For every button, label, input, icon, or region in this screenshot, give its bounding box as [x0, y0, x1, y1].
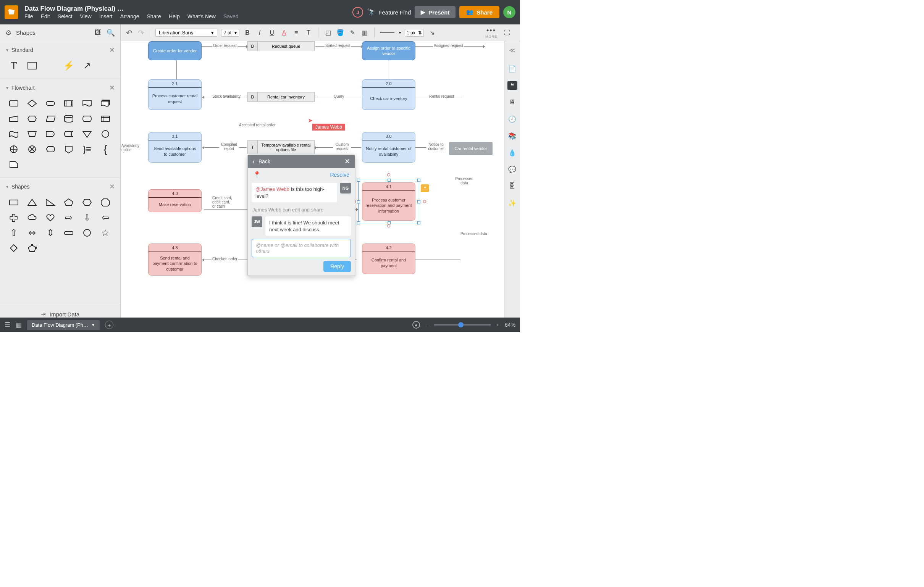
- shape-arrow-ud[interactable]: ⇕: [41, 225, 59, 241]
- undo-button[interactable]: ↶: [126, 28, 132, 37]
- shape-arrow-right[interactable]: ⇨: [59, 210, 78, 225]
- feature-find-button[interactable]: 🔭 Feature Find: [367, 8, 411, 16]
- collaborator-avatar-j[interactable]: J: [352, 7, 363, 18]
- menu-file[interactable]: File: [25, 13, 33, 20]
- close-icon[interactable]: ✕: [109, 84, 115, 92]
- menu-view[interactable]: View: [80, 13, 92, 20]
- document-icon[interactable]: 📄: [508, 64, 516, 73]
- menu-help[interactable]: Help: [169, 13, 180, 20]
- shape-hexagon[interactable]: [78, 195, 96, 210]
- back-label[interactable]: Back: [259, 158, 270, 165]
- back-chevron-icon[interactable]: ‹: [252, 158, 255, 166]
- comment-indicator[interactable]: [421, 184, 429, 192]
- shape-internal-storage[interactable]: [96, 111, 115, 126]
- zoom-in-button[interactable]: +: [497, 322, 500, 328]
- process-assign-order[interactable]: Assign order to specific vendor: [362, 41, 416, 60]
- shape-arrow-up[interactable]: ⇧: [5, 225, 23, 241]
- shape-paper-tape[interactable]: [5, 126, 23, 142]
- shape-text[interactable]: T: [5, 58, 23, 73]
- align-button[interactable]: ≡: [292, 30, 300, 36]
- line-style-button[interactable]: [380, 33, 394, 33]
- present-button[interactable]: ▶ Present: [415, 6, 455, 18]
- shape-delay[interactable]: [41, 126, 59, 142]
- shape-octagon[interactable]: [96, 195, 115, 210]
- shape-predef[interactable]: [59, 96, 78, 111]
- app-logo[interactable]: [5, 5, 18, 19]
- shape-display[interactable]: [41, 142, 59, 157]
- shape-annotation[interactable]: }≡: [78, 142, 96, 157]
- grid-view-icon[interactable]: ▦: [16, 321, 22, 329]
- history-icon[interactable]: 🕘: [508, 115, 516, 123]
- process-3-0[interactable]: 3.0 Notify rental customer of availabili…: [362, 132, 416, 163]
- process-4-3[interactable]: 4.3 Send rental and payment confirmation…: [148, 244, 201, 275]
- datastore-request-queue[interactable]: D Request queue: [248, 41, 315, 51]
- zoom-value[interactable]: 64%: [505, 322, 515, 328]
- process-2-1[interactable]: 2.1 Process customer rental request: [148, 79, 201, 110]
- shape-note-corner[interactable]: [5, 157, 23, 172]
- shape-decision[interactable]: [23, 96, 41, 111]
- share-button[interactable]: 👥 Share: [459, 6, 500, 18]
- shape-direct-data[interactable]: [78, 111, 96, 126]
- text-color-button[interactable]: A: [280, 30, 288, 36]
- page-tab[interactable]: Data Flow Diagram (Ph… ▼: [27, 320, 100, 330]
- shape-terminator[interactable]: [41, 96, 59, 111]
- bold-button[interactable]: B: [243, 30, 252, 36]
- presentation-icon[interactable]: 🖥: [508, 98, 516, 107]
- menu-select[interactable]: Select: [58, 13, 73, 20]
- shape-connector[interactable]: [96, 126, 115, 142]
- search-icon[interactable]: 🔍: [107, 29, 115, 37]
- shape-pentagon[interactable]: [59, 195, 78, 210]
- pin-icon[interactable]: 📍: [253, 171, 261, 178]
- shape-triangle[interactable]: [23, 195, 41, 210]
- more-button[interactable]: ••• MORE: [485, 27, 497, 38]
- menu-arrange[interactable]: Arrange: [120, 13, 139, 20]
- fill-icon[interactable]: 🪣: [336, 29, 345, 36]
- collapse-dock-icon[interactable]: ≪: [509, 46, 515, 54]
- gear-icon[interactable]: ⚙: [5, 29, 12, 37]
- shape-cloud[interactable]: [23, 210, 41, 225]
- shape-merge[interactable]: [78, 126, 96, 142]
- data-linking-icon[interactable]: 🗄: [508, 182, 516, 190]
- menu-insert[interactable]: Insert: [99, 13, 113, 20]
- shape-rectangle[interactable]: [5, 195, 23, 210]
- resolve-button[interactable]: Resolve: [330, 172, 349, 178]
- fullscreen-icon[interactable]: ⛶: [504, 30, 510, 36]
- layers-icon[interactable]: 📚: [508, 132, 516, 140]
- connection-point[interactable]: [387, 173, 390, 176]
- shape-preparation[interactable]: [23, 111, 41, 126]
- line-color-icon[interactable]: ✎: [348, 29, 356, 36]
- shape-manual-op[interactable]: [23, 126, 41, 142]
- shape-right-triangle[interactable]: [41, 195, 59, 210]
- font-select[interactable]: Liberation Sans▾: [155, 29, 217, 37]
- zoom-thumb[interactable]: [458, 322, 464, 328]
- arrow-style-button[interactable]: ↘: [427, 29, 436, 36]
- shape-brace[interactable]: {: [96, 142, 115, 157]
- crop-icon[interactable]: ◰: [324, 29, 332, 36]
- italic-button[interactable]: I: [256, 30, 264, 36]
- font-size-select[interactable]: 7 pt▾: [221, 29, 239, 37]
- line-width-select[interactable]: 1 px⇅: [405, 29, 424, 37]
- canvas[interactable]: Order request Sorted request Assigned re…: [120, 41, 504, 323]
- close-icon[interactable]: ✕: [345, 157, 350, 166]
- shape-cross[interactable]: [5, 210, 23, 225]
- process-2-0[interactable]: 2.0 Check car inventory: [362, 79, 416, 110]
- shape-manual-input[interactable]: [5, 111, 23, 126]
- menu-edit[interactable]: Edit: [41, 13, 50, 20]
- close-icon[interactable]: ✕: [109, 46, 115, 54]
- shape-circle[interactable]: [78, 225, 96, 241]
- connection-point[interactable]: [423, 200, 426, 203]
- shape-arrow-lr[interactable]: ⇔: [23, 225, 41, 241]
- edit-share-link[interactable]: edit and share: [292, 207, 323, 213]
- external-vendor[interactable]: Car rental vendor: [449, 142, 493, 155]
- group-header-standard[interactable]: ▼ Standard ✕: [0, 44, 120, 56]
- user-avatar-n[interactable]: N: [503, 6, 515, 18]
- shape-stored-data[interactable]: [59, 126, 78, 142]
- process-3-1[interactable]: 3.1 Send available options to customer: [148, 132, 201, 163]
- shape-document[interactable]: [78, 96, 96, 111]
- image-icon[interactable]: 🖼: [94, 29, 101, 37]
- shape-heart[interactable]: [41, 210, 59, 225]
- droplet-icon[interactable]: 💧: [508, 148, 516, 157]
- shape-arrow-left[interactable]: ⇦: [96, 210, 115, 225]
- group-header-flowchart[interactable]: ▼ Flowchart ✕: [0, 82, 120, 94]
- zoom-slider[interactable]: [434, 324, 491, 326]
